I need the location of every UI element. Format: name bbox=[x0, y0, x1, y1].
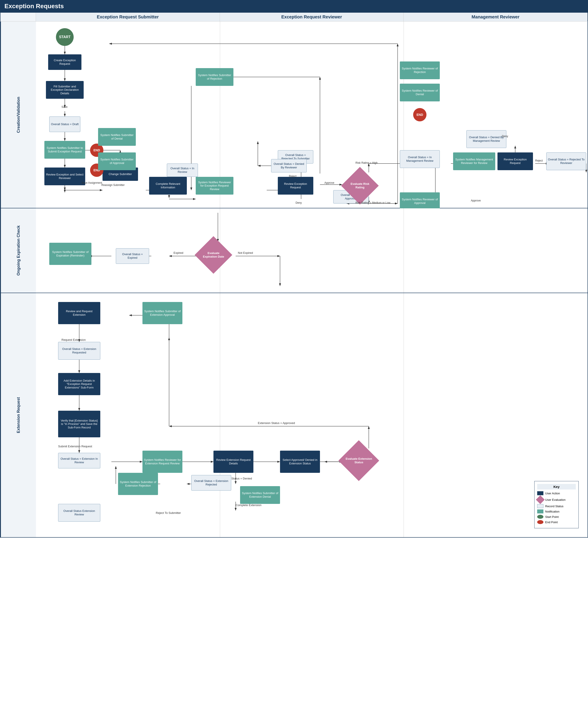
key-end-swatch bbox=[537, 520, 543, 524]
overall-ext-rejected-node: Overall Status = Extension Rejected bbox=[191, 475, 231, 491]
key-action-swatch bbox=[537, 491, 543, 495]
key-start-swatch bbox=[537, 515, 543, 519]
svg-text:Extension Status = Approved: Extension Status = Approved bbox=[258, 421, 295, 425]
main-container: Exception Requests Exception Request Sub… bbox=[0, 0, 588, 537]
end-node-reviewer: END bbox=[413, 108, 426, 121]
page-title: Exception Requests bbox=[0, 0, 588, 12]
key-status: Record Status bbox=[537, 504, 576, 508]
sys-notify-reviewer-review-node: System Notifies Reviewer for Exception R… bbox=[196, 177, 233, 195]
key-status-label: Record Status bbox=[545, 505, 563, 508]
reject-label-mgmt: Reject bbox=[535, 159, 543, 162]
risk-high-label: Risk Rating = High bbox=[355, 161, 378, 164]
sys-notify-approval-node: System Notifies Submitter of Approval bbox=[98, 152, 136, 170]
evaluate-ext-status-node: Evaluate Extension Status bbox=[338, 440, 379, 481]
extension-arrows: Submit Extension Request Extension Statu… bbox=[36, 293, 588, 537]
key-end: End Point bbox=[537, 520, 576, 524]
sys-notify-mgmt-node: System Notifies Management Reviewer for … bbox=[453, 152, 495, 170]
sys-notify-ext-rejection-node: System Notifies Submitter of Extension R… bbox=[118, 473, 158, 495]
overall-denied-reviewer-node: Overall Status = Denied By Reviewer bbox=[271, 159, 307, 172]
deny-label-mgmt: Deny bbox=[502, 135, 508, 138]
verify-ext-status-node: Verify that [Extension Status] is "In Pr… bbox=[58, 411, 100, 437]
key-action: User Action bbox=[537, 491, 576, 495]
svg-text:Complete Extension: Complete Extension bbox=[236, 504, 261, 507]
col-submitter: Exception Request Submitter bbox=[36, 13, 220, 21]
key-start: Start Point bbox=[537, 515, 576, 519]
evaluate-expiration-node: Evaluate Expiration Date bbox=[195, 236, 232, 274]
overall-denied-mgmt-node: Overall Status = Denied By Management Re… bbox=[466, 130, 506, 148]
review-exception-mgmt-node: Review Exception Request bbox=[498, 152, 533, 170]
overall-expired-node: Overall Status = Expired bbox=[116, 248, 149, 264]
sys-notify-ext-review-node: System Notifies Reviewer for Extension R… bbox=[143, 451, 182, 473]
key-eval-swatch bbox=[536, 495, 545, 504]
creation-content: START Create Exception Request Fill Subm… bbox=[36, 22, 588, 208]
key-start-label: Start Point bbox=[545, 515, 559, 518]
key-box: Key User Action User Evaluation Record S… bbox=[534, 481, 579, 528]
review-select-node: Review Exception and Select Reviewer bbox=[44, 168, 85, 185]
col-phase bbox=[0, 13, 36, 21]
key-notif-label: Notification bbox=[545, 510, 559, 513]
extension-flow: Submit Extension Request Extension Statu… bbox=[36, 293, 588, 537]
creation-flow: START Create Exception Request Fill Subm… bbox=[36, 22, 588, 208]
sys-notify-denial-sub-node: System Notifies Submitter of Denial bbox=[98, 128, 136, 146]
svg-text:Submit Extension Request: Submit Extension Request bbox=[58, 445, 92, 448]
title-text: Exception Requests bbox=[4, 3, 64, 10]
add-ext-details-node: Add Extension Details in "Exception Requ… bbox=[58, 373, 100, 395]
overall-draft-node: Overall Status = Draft bbox=[49, 117, 80, 132]
expiration-content: Not Expired Expired Evaluate Expiration … bbox=[36, 208, 588, 293]
overall-ext-review-node: Overall Status Extension Review bbox=[58, 504, 100, 522]
approve-label-mgmt: Approve bbox=[471, 199, 481, 202]
overall-in-review-node: Overall Status = In Review bbox=[167, 164, 198, 177]
save-label: Save bbox=[61, 105, 67, 108]
svg-text:Request Extension: Request Extension bbox=[61, 338, 86, 341]
select-approved-denied-node: Select Approved/ Denied in Extension Sta… bbox=[280, 451, 320, 473]
sys-notify-ext-denial-node: System Notifies Submitter of Extension D… bbox=[240, 486, 280, 504]
key-eval-label: User Evaluation bbox=[545, 498, 566, 502]
approve-label: Approve bbox=[324, 181, 334, 184]
key-title: Key bbox=[537, 484, 576, 489]
risk-medium-label: Risk Rating = Medium or Low bbox=[355, 201, 390, 204]
key-end-label: End Point bbox=[545, 521, 558, 524]
overall-ext-in-review-node: Overall Status = Extension In Review bbox=[58, 453, 100, 468]
create-request-node: Create Exception Request bbox=[48, 55, 81, 70]
sys-notify-reviewer-denial-node: System Notifies Reviewer of Denial bbox=[400, 84, 440, 101]
key-notif: Notification bbox=[537, 509, 576, 513]
sys-notify-expiration-node: System Notifies Submitter of Expiration … bbox=[49, 243, 91, 265]
key-status-swatch bbox=[537, 504, 543, 508]
overall-rejected-reviewer-node: Overall Status = Rejected To Reviewer bbox=[546, 152, 586, 170]
expiration-flow: Not Expired Expired Evaluate Expiration … bbox=[36, 208, 588, 293]
review-request-ext-node: Review and Request Extension bbox=[58, 302, 100, 324]
fill-submitter-node: Fill Submitter and Exception Declaration… bbox=[46, 81, 84, 99]
creation-section: Creation/Validation bbox=[0, 22, 588, 208]
col-reviewer: Exception Request Reviewer bbox=[220, 13, 404, 21]
key-notif-swatch bbox=[537, 509, 543, 513]
extension-content: Submit Extension Request Extension Statu… bbox=[36, 293, 588, 537]
sys-notify-rejection-node: System Notifies Submitter of Rejection bbox=[196, 68, 233, 86]
sys-notify-ext-approval-node: System Notifies Submitter of Extension A… bbox=[143, 302, 182, 324]
key-eval: User Evaluation bbox=[537, 496, 576, 503]
review-ext-details-node: Review Extension Request Details bbox=[213, 451, 253, 473]
svg-text:Reject To Submitter: Reject To Submitter bbox=[156, 511, 181, 514]
sys-notify-reviewer-approval-node: System Notifies Reviewer of Approval bbox=[400, 192, 440, 210]
reject-label: Reject bbox=[289, 175, 296, 178]
deny-label-review: Deny bbox=[296, 201, 302, 204]
start-node: START bbox=[56, 28, 74, 46]
divider-ext-1 bbox=[220, 293, 220, 537]
overall-ext-requested-node: Overall Status = Extension Requested bbox=[58, 342, 100, 360]
svg-text:Not Expired: Not Expired bbox=[238, 251, 253, 254]
expiration-label: Ongoing Expiration Check bbox=[0, 208, 36, 293]
save-assignment-label: Save Assignment bbox=[81, 181, 102, 184]
key-action-label: User Action bbox=[545, 492, 560, 495]
col-management: Management Reviewer bbox=[404, 13, 588, 21]
complete-relevant-node: Complete Relevant Information bbox=[149, 177, 187, 195]
extension-label: Extension Request bbox=[0, 293, 36, 537]
expiration-section: Ongoing Expiration Check Not Expired bbox=[0, 208, 588, 293]
sys-notify-submit-node: System Notifies Submitter to Submit Exce… bbox=[44, 141, 85, 158]
column-headers: Exception Request Submitter Exception Re… bbox=[0, 12, 588, 22]
creation-label: Creation/Validation bbox=[0, 22, 36, 208]
reassign-label: Reassign Submitter bbox=[101, 184, 125, 187]
review-exception-node: Review Exception Request bbox=[278, 177, 313, 195]
extension-section: Extension Request Submit Extension Reque… bbox=[0, 293, 588, 537]
overall-in-mgmt-review-node: Overall Status = In Management Review bbox=[400, 150, 440, 168]
sys-notify-reviewer-rejection-node: System Notifies Reviewer of Rejection bbox=[400, 61, 440, 79]
svg-text:Expired: Expired bbox=[173, 251, 183, 254]
